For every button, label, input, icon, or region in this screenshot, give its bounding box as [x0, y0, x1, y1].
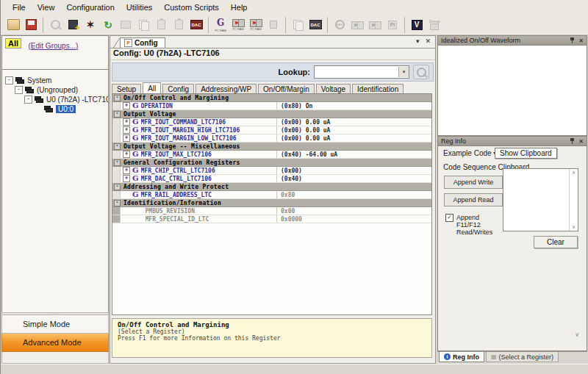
section-row[interactable]: -Addressing and Write Protect: [112, 183, 431, 191]
append-read-button[interactable]: Append Read: [444, 193, 503, 206]
pane-scroll-down-icon[interactable]: ∨: [575, 331, 579, 338]
append-write-button[interactable]: Append Write: [444, 176, 503, 189]
register-row[interactable]: +GMFR_CHIP_CTRL_LTC7106(0x00): [112, 167, 431, 175]
show-clipboard-button[interactable]: Show Clipboard: [495, 148, 557, 159]
pc-connect-icon[interactable]: ↻: [100, 16, 116, 34]
register-row[interactable]: +GMFR_IOUT_MAX_LTC7106(0x40) -64.00 uA: [112, 151, 431, 159]
collapse-icon[interactable]: -: [114, 159, 121, 166]
expand-icon[interactable]: +: [123, 175, 130, 182]
register-row[interactable]: +GMFR_SPECIAL_ID_LTC0x0000: [112, 215, 431, 223]
expand-icon[interactable]: +: [123, 118, 130, 126]
tab-on-off-margin[interactable]: On/Off/Margin: [258, 84, 315, 93]
collapse-icon[interactable]: -: [114, 95, 121, 101]
collapse-icon[interactable]: -: [114, 200, 121, 206]
register-row[interactable]: +GOPERATION(0x80) On: [112, 102, 431, 110]
append-f11-checkbox[interactable]: ✓: [445, 214, 453, 222]
tab-identification[interactable]: Identification: [352, 84, 404, 93]
tree-node-u0-0[interactable]: U0:0: [2, 104, 108, 114]
all-group-badge[interactable]: All: [5, 38, 21, 48]
register-row[interactable]: +GMFR_DAC_CTRL_LTC7106(0x40): [112, 175, 431, 183]
register-value[interactable]: (0x00) 0.00 uA: [276, 118, 431, 126]
section-row[interactable]: -General Configuration Registers: [112, 159, 431, 167]
clear-button[interactable]: Clear: [534, 236, 578, 248]
register-value[interactable]: (0x40): [276, 175, 431, 182]
tree-expander-icon[interactable]: -: [24, 96, 32, 104]
save-icon[interactable]: [23, 16, 39, 34]
register-name: MFR_IOUT_MARGIN_HIGH_LTC7106: [141, 127, 240, 134]
register-value[interactable]: (0x40) -64.00 uA: [276, 151, 431, 158]
register-row[interactable]: +GMFR_RAIL_ADDRESS_LTC0x80: [112, 191, 431, 199]
register-row[interactable]: +GPMBUS_REVISION0x00: [112, 207, 431, 215]
chevron-down-icon[interactable]: ▾: [398, 67, 409, 77]
edit-groups-link[interactable]: (Edit Groups...): [29, 42, 79, 50]
menu-file[interactable]: File: [7, 1, 32, 13]
collapse-icon[interactable]: -: [114, 184, 121, 190]
register-row[interactable]: +GMFR_IOUT_MARGIN_LOW_LTC7106(0x00) 0.00…: [112, 134, 431, 143]
register-value[interactable]: 0x00: [276, 207, 431, 215]
register-value[interactable]: (0x00) 0.00 uA: [276, 126, 431, 134]
add-device-icon[interactable]: +: [65, 16, 81, 34]
pin-icon[interactable]: [570, 138, 574, 144]
pin-icon[interactable]: [570, 37, 574, 43]
pane-menu-icon[interactable]: ▾: [416, 37, 420, 45]
expand-icon[interactable]: +: [123, 102, 130, 109]
pc-to-ram-icon[interactable]: GPC RAM: [212, 16, 229, 34]
tab-voltage[interactable]: Voltage: [316, 84, 351, 93]
tree-expander-icon[interactable]: -: [15, 86, 23, 94]
tree-node-system[interactable]: -System: [2, 76, 108, 85]
close-icon[interactable]: ✕: [578, 37, 584, 44]
tab-addressing-wp[interactable]: Addressing/WP: [196, 84, 257, 93]
open-folder-icon[interactable]: [5, 16, 21, 34]
tree-expander-icon[interactable]: -: [5, 76, 13, 84]
write-ram-nvm-icon[interactable]: ▸PC RAM: [248, 16, 264, 34]
expand-icon[interactable]: +: [123, 126, 130, 134]
lookup-combobox[interactable]: ▾: [314, 65, 409, 79]
register-row[interactable]: +GMFR_IOUT_COMMAND_LTC7106(0x00) 0.00 uA: [112, 118, 431, 126]
tree-node-u0-7h2a-ltc7106[interactable]: -U0 (7h2A) -LTC7106: [2, 95, 108, 104]
code-sequence-textarea[interactable]: ∧ ∨: [503, 168, 578, 231]
menu-utilities[interactable]: Utilities: [121, 1, 158, 13]
register-name: PMBUS_REVISION: [146, 208, 195, 215]
write-pc-ram-icon[interactable]: ▸PC RAM: [230, 16, 246, 34]
tab-config[interactable]: P Config: [120, 37, 165, 48]
textarea-scrollbar[interactable]: ∧ ∨: [569, 169, 578, 231]
register-row[interactable]: +GMFR_IOUT_MARGIN_HIGH_LTC7106(0x00) 0.0…: [112, 126, 431, 134]
menu-custom-scripts[interactable]: Custom Scripts: [158, 1, 225, 13]
section-row[interactable]: -Identification/Information: [112, 199, 431, 207]
section-row[interactable]: -On/Off Control and Margining: [112, 94, 431, 102]
expand-icon[interactable]: +: [123, 134, 130, 142]
wizard-icon[interactable]: ✶: [82, 16, 98, 34]
tab-config[interactable]: Config: [162, 84, 194, 93]
simple-mode-button[interactable]: Simple Mode: [1, 315, 109, 334]
register-value[interactable]: (0x00) 0.00 uA: [276, 134, 431, 142]
close-icon[interactable]: ✕: [578, 138, 584, 145]
lookup-search-button[interactable]: [413, 65, 429, 79]
scroll-down-icon[interactable]: ∨: [572, 224, 576, 230]
register-value[interactable]: 0x80: [276, 191, 431, 198]
section-row[interactable]: -Output Voltage: [112, 110, 431, 118]
menu-help[interactable]: Help: [225, 1, 254, 13]
collapse-icon[interactable]: -: [114, 111, 121, 118]
expand-icon[interactable]: +: [123, 167, 130, 174]
example-code-dropdown[interactable]: Example Code ▾: [443, 149, 497, 157]
dac-dark-icon[interactable]: DAC: [307, 16, 323, 34]
scroll-up-icon[interactable]: ∧: [572, 170, 576, 176]
menu-configuration[interactable]: Configuration: [60, 1, 120, 13]
dock-tab-reg-info[interactable]: iReg Info: [439, 352, 484, 362]
section-row[interactable]: -Output Voltage -- Miscellaneous: [112, 143, 431, 151]
tab-setup[interactable]: Setup: [112, 84, 141, 93]
menu-view[interactable]: View: [32, 1, 61, 13]
tab-all[interactable]: All: [143, 82, 161, 93]
tree-node--ungrouped-[interactable]: -(Ungrouped): [2, 85, 108, 95]
section-label: Identification/Information: [123, 200, 221, 206]
expand-icon[interactable]: +: [123, 151, 130, 158]
register-value[interactable]: (0x00): [276, 167, 431, 174]
register-value[interactable]: 0x0000: [276, 215, 431, 223]
register-value[interactable]: (0x80) On: [276, 102, 431, 109]
collapse-icon[interactable]: -: [114, 143, 121, 150]
advanced-mode-button[interactable]: Advanced Mode: [1, 334, 109, 352]
dac-icon[interactable]: DAC: [188, 16, 204, 34]
verify-icon[interactable]: V: [409, 16, 425, 34]
pane-close-icon[interactable]: ✕: [425, 37, 431, 45]
dock-tab--select-a-register-[interactable]: ▦(Select a Register): [486, 352, 559, 362]
